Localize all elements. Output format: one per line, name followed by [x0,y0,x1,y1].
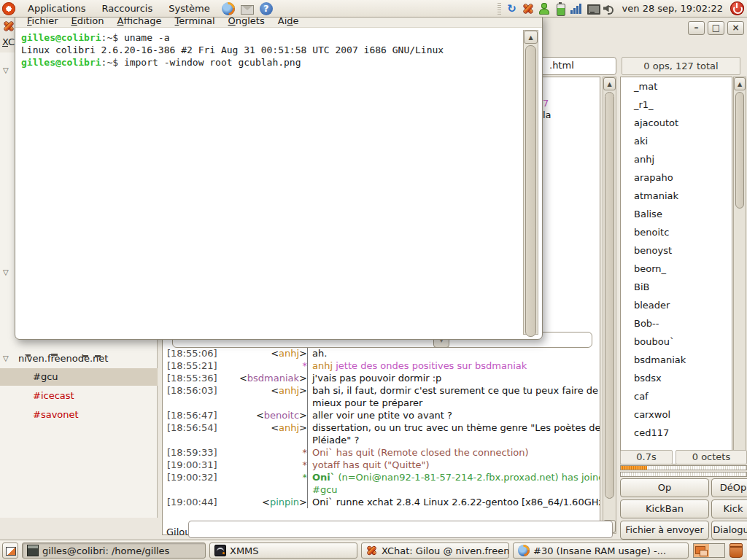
scroll-up-icon[interactable]: ▲ [524,31,538,44]
workspace-switcher[interactable] [693,543,725,558]
terminal-line: Linux colibri 2.6.20-16-386 #2 Fri Aug 3… [21,44,536,56]
send-file-button[interactable]: Fichier à envoyer [620,521,709,540]
mail-launcher-icon[interactable] [241,5,254,15]
deop-button[interactable]: DéOp [711,478,747,497]
xchat-menu-fragment[interactable]: XChat [2,36,15,47]
message-nick [214,483,307,496]
workspace-2[interactable] [709,544,724,557]
close-button[interactable]: × [727,21,744,35]
scroll-up-icon[interactable]: ▲ [734,77,746,90]
terminal-scrollbar-thumb[interactable] [525,45,536,337]
minimize-button[interactable]: – [688,21,705,35]
panel-menu-système[interactable]: Système [160,1,217,15]
tree-row-label: niven.freenode.net [18,350,108,368]
user-list-item[interactable]: Bob-- [621,314,732,332]
help-launcher-icon[interactable]: ? [260,2,273,15]
panel-grip[interactable] [498,3,501,15]
user-list-item[interactable]: beorn_ [621,260,732,278]
user-list[interactable]: _mat_r1_ajacoutotakianhjarapahoatmaniakB… [620,77,732,464]
chat-scrollbar[interactable]: ▲ ▼ [603,77,616,534]
expander-icon[interactable]: ▽ [3,62,9,79]
network-signal-icon[interactable] [570,2,583,15]
terminal-line: gilles@colibri:~$ uname -a [21,31,536,44]
prompt-path: :~$ [101,57,124,68]
message-text: Pléiade" ? [307,434,600,446]
chat-text-fragment: la [543,109,551,120]
userlist-scrollbar-thumb[interactable] [735,92,744,209]
trash-icon[interactable] [729,543,743,558]
user-list-item[interactable]: atmaniak [621,187,732,205]
message-input[interactable] [188,521,613,538]
volume-icon[interactable] [602,2,615,15]
scroll-up-icon[interactable]: ▲ [603,77,616,90]
xchat-tray-icon[interactable] [522,2,535,15]
user-list-item[interactable]: aki [621,132,732,150]
expander-icon[interactable]: ▽ [3,350,9,368]
firefox-launcher-icon[interactable] [222,2,235,15]
taskbar-task-xchat[interactable]: XChat: Gilou @ niven.freeno... [361,542,509,559]
user-list-item[interactable]: boubou` [621,332,732,351]
display-icon[interactable] [586,2,599,15]
user-list-item[interactable]: bsdsx [621,369,732,387]
panel-menu-applications[interactable]: Applications [20,1,93,15]
message-list: [18:55:06]<anhj>ah.[18:55:21]*anhj jette… [163,347,600,508]
maximize-button[interactable]: □ [708,21,724,35]
message-nick [214,397,307,409]
firefox-icon [518,545,530,556]
xchat-icon [366,545,378,556]
kick-button[interactable]: Kick [711,499,747,518]
tree-row-label: #icecast [33,387,74,405]
update-notifier-icon[interactable]: ↻ [506,2,519,15]
user-list-item[interactable]: _r1_ [621,96,732,114]
user-list-item[interactable]: ajacoutot [621,114,732,132]
dialog-button[interactable]: Dialogue [711,521,747,540]
clock[interactable]: ven 28 sep, 19:02:22 [618,3,727,14]
tree-server-row[interactable]: ▽niven.freenode.net [0,350,158,368]
terminal-scrollbar[interactable]: ▲ [523,30,538,335]
power-button[interactable] [730,1,744,15]
message-timestamp: [19:00:44] [163,496,214,508]
user-list-item[interactable]: _mat [621,77,732,96]
taskbar-task-xmms[interactable]: XMMS [209,542,357,559]
user-list-item[interactable]: carxwol [621,405,732,424]
message-timestamp: [18:56:47] [163,409,214,421]
panel-menu-raccourcis[interactable]: Raccourcis [93,1,160,15]
taskbar-task-firefox[interactable]: #30 (Insane RAM usage) -... [513,542,689,559]
user-list-item[interactable]: bleader [621,296,732,314]
battery-icon[interactable] [554,2,567,15]
tree-channel-savonet[interactable]: #savonet [0,406,158,424]
gnome-top-panel: ApplicationsRaccourcisSystème ? ↻ ven 28… [0,0,747,18]
taskbar-task-terminal[interactable]: gilles@colibri: /home/gilles [22,542,206,559]
user-list-item[interactable]: anhj [621,150,732,168]
user-list-item[interactable]: benoitc [621,223,732,241]
terminal-window[interactable]: FichierÉditionAffichageTerminalOngletsAi… [15,15,543,340]
tree-channel-gcu[interactable]: #gcu [0,368,158,386]
chat-message-row: [18:56:47]<benoitc>aller voir une ptite … [163,409,600,421]
terminal-output[interactable]: gilles@colibri:~$ uname -aLinux colibri … [15,28,542,72]
user-list-item[interactable]: BiB [621,278,732,296]
nick-label[interactable]: Gilou [166,524,191,541]
user-switcher-icon[interactable] [538,2,551,15]
message-nick: * [214,459,307,471]
user-list-item[interactable]: Balise [621,205,732,223]
kickban-button[interactable]: KickBan [620,499,709,518]
message-text: j'vais pas pouvoir dormir :p [307,372,600,384]
userlist-scrollbar[interactable]: ▲ ▼ [733,77,746,464]
message-text: Oni` runne xchat 2.8.4 Linux 2.6.22-gent… [307,496,600,508]
user-list-item[interactable]: bsdmaniak [621,351,732,369]
user-list-item[interactable]: benoyst [621,241,732,260]
message-timestamp: [19:00:31] [163,459,214,471]
user-list-item[interactable]: arapaho [621,168,732,187]
ubuntu-logo-icon[interactable] [2,2,15,15]
message-nick: * [214,471,307,483]
op-button[interactable]: Op [620,478,709,497]
topic-text-fragment: .html [549,60,574,71]
show-desktop-button[interactable] [2,542,18,559]
user-list-item[interactable]: caf [621,387,732,405]
tree-channel-icecast[interactable]: #icecast [0,387,158,405]
desktop: ApplicationsRaccourcisSystème ? ↻ ven 28… [0,0,747,560]
workspace-1[interactable] [694,544,709,557]
expander-icon[interactable]: ▽ [3,264,9,281]
chat-scrollbar-thumb[interactable] [605,92,614,499]
user-list-item[interactable]: ced117 [621,424,732,442]
